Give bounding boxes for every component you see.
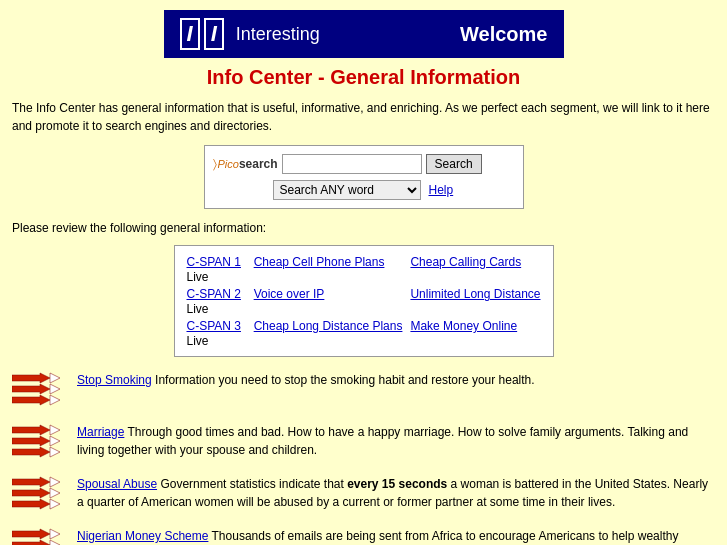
svg-marker-9 <box>50 436 60 446</box>
list-item: Cheap Cell Phone Plans <box>254 254 403 284</box>
cell-phone-link[interactable]: Cheap Cell Phone Plans <box>254 255 385 269</box>
cspan3-suffix: Live <box>187 334 209 348</box>
svg-marker-11 <box>50 447 60 457</box>
spousal-abuse-text: Spousal Abuse Government statistics indi… <box>77 475 715 511</box>
calling-cards-link[interactable]: Cheap Calling Cards <box>410 255 521 269</box>
search-row: 〉 Picosearch Search <box>213 154 515 174</box>
arrow-icon <box>12 527 67 545</box>
marriage-link[interactable]: Marriage <box>77 425 124 439</box>
svg-marker-7 <box>50 425 60 435</box>
content-section: Stop Smoking Information you need to sto… <box>12 371 715 545</box>
svg-marker-18 <box>12 529 50 539</box>
general-info-text: Please review the following general info… <box>12 221 715 235</box>
search-dropdown[interactable]: Search ANY word Search ALL words Search … <box>273 180 421 200</box>
voip-link[interactable]: Voice over IP <box>254 287 325 301</box>
svg-marker-19 <box>50 529 60 539</box>
svg-marker-5 <box>50 395 60 405</box>
nigerian-scheme-text: Nigerian Money Scheme Thousands of email… <box>77 527 715 545</box>
header-welcome: Welcome <box>460 23 547 46</box>
list-item: Voice over IP <box>254 286 403 316</box>
list-item: Make Money Online <box>410 318 540 348</box>
links-box: C-SPAN 1 Live Cheap Cell Phone Plans Che… <box>174 245 554 357</box>
list-item: Cheap Long Distance Plans <box>254 318 403 348</box>
cspan2-suffix: Live <box>187 302 209 316</box>
header-interesting: Interesting <box>236 24 320 45</box>
pico-text: Pico <box>218 158 239 170</box>
svg-marker-15 <box>50 488 60 498</box>
marriage-body: Through good times and bad. How to have … <box>77 425 688 457</box>
svg-marker-10 <box>12 447 50 457</box>
search-area: 〉 Picosearch Search Search ANY word Sear… <box>204 145 524 209</box>
svg-marker-4 <box>12 395 50 405</box>
search-dropdown-wrapper: Search ANY word Search ALL words Search … <box>273 180 421 200</box>
svg-marker-8 <box>12 436 50 446</box>
unlimited-ld-link[interactable]: Unlimited Long Distance <box>410 287 540 301</box>
svg-marker-6 <box>12 425 50 435</box>
list-item: Unlimited Long Distance <box>410 286 540 316</box>
svg-marker-2 <box>12 384 50 394</box>
page-description: The Info Center has general information … <box>12 99 715 135</box>
marriage-text: Marriage Through good times and bad. How… <box>77 423 715 459</box>
help-link[interactable]: Help <box>429 183 454 197</box>
list-item: C-SPAN 1 Live <box>187 254 246 284</box>
cspan1-link[interactable]: C-SPAN 1 <box>187 255 241 269</box>
cspan3-link[interactable]: C-SPAN 3 <box>187 319 241 333</box>
header-logo: I I Interesting <box>180 18 320 50</box>
svg-marker-14 <box>12 488 50 498</box>
svg-marker-17 <box>50 499 60 509</box>
nigerian-scheme-link[interactable]: Nigerian Money Scheme <box>77 529 208 543</box>
svg-marker-0 <box>12 373 50 383</box>
svg-marker-16 <box>12 499 50 509</box>
spousal-abuse-bold: every 15 seconds <box>347 477 447 491</box>
arrow-icon <box>12 423 67 461</box>
svg-marker-21 <box>50 540 60 545</box>
spousal-abuse-link[interactable]: Spousal Abuse <box>77 477 157 491</box>
svg-marker-13 <box>50 477 60 487</box>
search-button[interactable]: Search <box>426 154 482 174</box>
spousal-abuse-item: Spousal Abuse Government statistics indi… <box>12 475 715 513</box>
logo-letter-1: I <box>180 18 200 50</box>
stop-smoking-body: Information you need to stop the smoking… <box>155 373 535 387</box>
svg-marker-12 <box>12 477 50 487</box>
search-input[interactable] <box>282 154 422 174</box>
nigerian-scheme-item: Nigerian Money Scheme Thousands of email… <box>12 527 715 545</box>
links-grid: C-SPAN 1 Live Cheap Cell Phone Plans Che… <box>187 254 541 348</box>
cspan1-suffix: Live <box>187 270 209 284</box>
page-title: Info Center - General Information <box>0 66 727 89</box>
cheap-ld-link[interactable]: Cheap Long Distance Plans <box>254 319 403 333</box>
search-text: search <box>239 157 278 171</box>
search-options-row: Search ANY word Search ALL words Search … <box>213 180 515 200</box>
stop-smoking-item: Stop Smoking Information you need to sto… <box>12 371 715 409</box>
list-item: Cheap Calling Cards <box>410 254 540 284</box>
list-item: C-SPAN 2 Live <box>187 286 246 316</box>
arrow-icon <box>12 371 67 409</box>
picosearch-label: 〉 Picosearch <box>213 157 278 171</box>
svg-marker-20 <box>12 540 50 545</box>
stop-smoking-link[interactable]: Stop Smoking <box>77 373 152 387</box>
stop-smoking-text: Stop Smoking Information you need to sto… <box>77 371 715 389</box>
logo-letter-2: I <box>204 18 224 50</box>
arrow-icon <box>12 475 67 513</box>
marriage-item: Marriage Through good times and bad. How… <box>12 423 715 461</box>
make-money-link[interactable]: Make Money Online <box>410 319 517 333</box>
header-banner: I I Interesting Welcome <box>164 10 564 58</box>
svg-marker-1 <box>50 373 60 383</box>
list-item: C-SPAN 3 Live <box>187 318 246 348</box>
svg-marker-3 <box>50 384 60 394</box>
cspan2-link[interactable]: C-SPAN 2 <box>187 287 241 301</box>
picosearch-arrow-icon: 〉 <box>213 157 217 171</box>
spousal-abuse-body1: Government statistics indicate that <box>160 477 347 491</box>
